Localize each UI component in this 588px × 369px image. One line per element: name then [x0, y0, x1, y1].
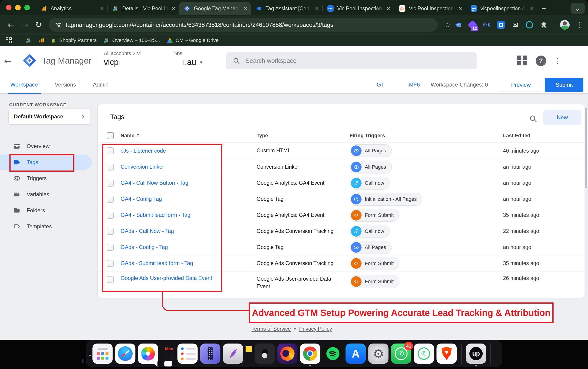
close-icon[interactable]: × [243, 5, 247, 12]
screen-capture-extension-icon[interactable] [497, 21, 505, 29]
bookmark-shopify-partners[interactable]: Shopify Partners [51, 37, 97, 43]
privacy-policy-link[interactable]: Privacy Policy [299, 326, 332, 332]
notes-icon[interactable] [246, 346, 252, 361]
container-name[interactable]: vicpoolinspection.com.au [104, 57, 196, 67]
browser-profile-avatar[interactable] [560, 20, 570, 30]
close-icon[interactable]: × [387, 5, 390, 12]
tag-name-link[interactable]: GAds - Config - Tag [121, 244, 257, 250]
close-icon[interactable]: × [172, 5, 176, 12]
spotify-icon[interactable] [323, 344, 343, 364]
address-bar[interactable]: tagmanager.google.com/#/container/accoun… [49, 18, 438, 32]
upwork-icon[interactable]: up [466, 344, 486, 364]
column-type[interactable]: Type [257, 133, 350, 139]
game-icon[interactable] [255, 344, 275, 364]
firing-trigger-chip[interactable]: All Pages [350, 241, 392, 254]
apps-grid-icon[interactable] [6, 37, 12, 43]
launchpad-icon[interactable] [92, 344, 113, 364]
close-icon[interactable]: × [315, 5, 319, 12]
row-checkbox[interactable] [107, 147, 114, 154]
tab-vicpoolinspection-doc[interactable]: vicpoolinspection.c × [466, 2, 537, 15]
tag-name-link[interactable]: Google Ads User-provided Data Event [121, 275, 257, 281]
firing-trigger-chip[interactable]: Initialization - All Pages [350, 193, 422, 206]
mail-extension-icon[interactable]: ✉ [511, 21, 519, 29]
loom-extension-icon[interactable] [525, 21, 534, 29]
forward-icon[interactable]: → [19, 20, 31, 29]
chrome-icon[interactable] [300, 344, 320, 364]
bookmark-google-ads[interactable] [26, 37, 32, 43]
tab-versions[interactable]: Versions [55, 76, 76, 94]
tag-name-link[interactable]: GA4 - Call Now Button - Tag [121, 180, 257, 186]
table-row[interactable]: Google Ads User-provided Data Event Goog… [98, 271, 585, 293]
tab-analytics[interactable]: Analytics × [36, 2, 107, 15]
preview-app-icon[interactable] [223, 344, 243, 364]
bookmark-star-icon[interactable]: ☆ [444, 20, 451, 29]
minimize-window-button[interactable] [15, 5, 21, 10]
whatsapp-icon[interactable]: 41✆ [391, 344, 411, 364]
table-row[interactable]: Conversion Linker Conversion Linker All … [98, 159, 585, 175]
row-checkbox[interactable] [107, 212, 114, 219]
bookmark-overview[interactable]: Overview – 100–25... [104, 37, 160, 43]
row-checkbox[interactable] [107, 260, 114, 267]
extensions-puzzle-icon[interactable] [540, 21, 548, 29]
table-row[interactable]: GA4 - Call Now Button - Tag Google Analy… [98, 175, 585, 191]
tab-search-chevron-button[interactable]: ⌄ [571, 3, 585, 14]
table-row[interactable]: GA4 - Config Tag Google Tag Initializati… [98, 191, 585, 207]
new-tab-button[interactable]: + [542, 5, 546, 13]
firing-trigger-chip[interactable]: Call now [350, 225, 390, 238]
select-all-checkbox[interactable] [107, 132, 114, 139]
tab-vic-pool-site[interactable]: Vic Pool Inspections × [394, 2, 466, 15]
tab-tag-assistant[interactable]: Tag Assistant [Con × [251, 2, 323, 15]
site-info-icon[interactable] [55, 21, 62, 28]
column-firing-triggers[interactable]: Firing Triggers [350, 133, 503, 139]
bookmark-analytics[interactable] [39, 38, 44, 43]
firing-trigger-chip[interactable]: Form Submit [350, 275, 399, 288]
back-icon[interactable]: ← [5, 20, 17, 29]
app-store-icon[interactable]: A [346, 344, 366, 364]
help-icon[interactable]: ? [536, 56, 546, 66]
row-checkbox[interactable] [107, 196, 114, 203]
back-icon[interactable]: ← [4, 56, 11, 66]
breadcrumb-account[interactable]: Vic Pool Inspections [137, 50, 182, 56]
firefox-icon[interactable] [277, 344, 298, 364]
firing-trigger-chip[interactable]: Form Submit [350, 209, 399, 222]
tag-name-link[interactable]: GAds - Call Now - Tag [121, 228, 257, 234]
container-id[interactable]: GTM-THM34MF6 [377, 76, 420, 94]
firing-trigger-chip[interactable]: Form Submit [350, 257, 399, 270]
sidebar-item-folders[interactable]: Folders [0, 203, 92, 218]
broadcast-extension-icon[interactable] [483, 21, 491, 29]
sidebar-item-variables[interactable]: Variables [0, 187, 92, 202]
firing-trigger-chip[interactable]: Call now [350, 177, 390, 189]
tab-google-tag-manager[interactable]: Google Tag Manage × [179, 2, 251, 15]
close-icon[interactable]: × [100, 5, 104, 12]
search-icon[interactable] [529, 115, 537, 124]
table-row[interactable]: GAds - Config - Tag Google Tag All Pages… [98, 239, 585, 255]
remote-app-icon[interactable] [200, 344, 220, 364]
table-row[interactable]: GA4 - Submit lead form - Tag Google Anal… [98, 207, 585, 223]
row-checkbox[interactable] [107, 228, 114, 235]
close-icon[interactable]: × [458, 5, 462, 12]
table-row[interactable]: GAds - Call Now - Tag Google Ads Convers… [98, 223, 585, 239]
workspace-search[interactable] [226, 52, 477, 69]
close-icon[interactable]: × [530, 5, 534, 12]
browser-menu-icon[interactable]: ⋮ [576, 20, 583, 29]
more-options-icon[interactable]: ⋮ [554, 56, 561, 65]
tag-name-link[interactable]: GAds - Submit lead form - Tag [121, 260, 257, 266]
close-window-button[interactable] [6, 5, 11, 10]
table-row[interactable]: cJs - Listener code Custom HTML All Page… [98, 143, 585, 159]
brave-icon[interactable] [437, 344, 457, 364]
caret-down-icon[interactable]: ▾ [200, 60, 202, 65]
submit-button[interactable]: Submit [545, 78, 583, 92]
row-checkbox[interactable] [107, 180, 114, 187]
tag-name-link[interactable]: cJs - Listener code [121, 148, 257, 154]
breadcrumb-all-accounts[interactable]: All accounts [104, 50, 131, 56]
tab-google-ads[interactable]: Details - Vic Pool In × [107, 2, 179, 15]
row-checkbox[interactable] [107, 244, 114, 251]
tag-name-link[interactable]: Conversion Linker [121, 164, 257, 170]
reload-icon[interactable]: ↻ [33, 20, 44, 29]
row-checkbox[interactable] [107, 276, 114, 283]
whatsapp-business-icon[interactable]: ✆ [414, 344, 434, 364]
settings-icon[interactable]: ⚙ [368, 344, 389, 364]
table-row[interactable]: GAds - Submit lead form - Tag Google Ads… [98, 255, 585, 271]
firing-trigger-chip[interactable]: All Pages [350, 144, 392, 157]
sidebar-item-overview[interactable]: Overview [0, 139, 92, 154]
